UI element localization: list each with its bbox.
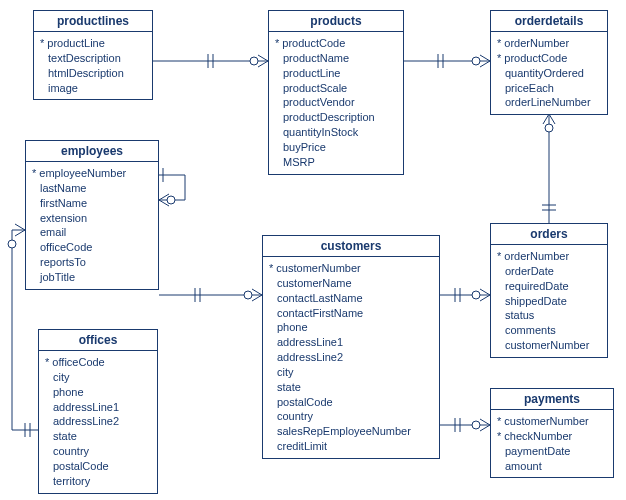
- entity-payments: payments customerNumbercheckNumberpaymen…: [490, 388, 614, 478]
- entity-title: productlines: [34, 11, 152, 32]
- attribute: customerName: [269, 276, 433, 291]
- attribute: buyPrice: [275, 140, 397, 155]
- attribute: contactLastName: [269, 291, 433, 306]
- attribute: email: [32, 225, 152, 240]
- entity-products: products productCodeproductNameproductLi…: [268, 10, 404, 175]
- attribute: phone: [45, 385, 151, 400]
- attribute: addressLine2: [45, 414, 151, 429]
- attribute: officeCode: [45, 355, 151, 370]
- attribute: amount: [497, 459, 607, 474]
- attribute: MSRP: [275, 155, 397, 170]
- attribute: productScale: [275, 81, 397, 96]
- attribute: state: [45, 429, 151, 444]
- svg-point-7: [472, 57, 480, 65]
- entity-title: offices: [39, 330, 157, 351]
- attribute: contactFirstName: [269, 306, 433, 321]
- entity-attrs-employees: employeeNumberlastNamefirstNameextension…: [26, 162, 158, 289]
- entity-title: products: [269, 11, 403, 32]
- attribute: paymentDate: [497, 444, 607, 459]
- attribute: quantityInStock: [275, 125, 397, 140]
- entity-title: employees: [26, 141, 158, 162]
- attribute: state: [269, 380, 433, 395]
- entity-title: orderdetails: [491, 11, 607, 32]
- attribute: postalCode: [269, 395, 433, 410]
- attribute: productLine: [40, 36, 146, 51]
- entity-productlines: productlines productLinetextDescriptionh…: [33, 10, 153, 100]
- attribute: comments: [497, 323, 601, 338]
- entity-customers: customers customerNumbercustomerNamecont…: [262, 235, 440, 459]
- attribute: productLine: [275, 66, 397, 81]
- attribute: lastName: [32, 181, 152, 196]
- attribute: city: [45, 370, 151, 385]
- attribute: employeeNumber: [32, 166, 152, 181]
- attribute: quantityOrdered: [497, 66, 601, 81]
- svg-point-19: [472, 421, 480, 429]
- attribute: requiredDate: [497, 279, 601, 294]
- attribute: orderLineNumber: [497, 95, 601, 110]
- attribute: customerNumber: [497, 414, 607, 429]
- attribute: status: [497, 308, 601, 323]
- svg-point-15: [472, 291, 480, 299]
- entity-employees: employees employeeNumberlastNamefirstNam…: [25, 140, 159, 290]
- attribute: city: [269, 365, 433, 380]
- entity-attrs-productlines: productLinetextDescriptionhtmlDescriptio…: [34, 32, 152, 99]
- svg-point-9: [545, 124, 553, 132]
- svg-point-23: [244, 291, 252, 299]
- entity-title: payments: [491, 389, 613, 410]
- attribute: checkNumber: [497, 429, 607, 444]
- svg-point-3: [250, 57, 258, 65]
- entity-title: customers: [263, 236, 439, 257]
- entity-offices: offices officeCodecityphoneaddressLine1a…: [38, 329, 158, 494]
- attribute: officeCode: [32, 240, 152, 255]
- attribute: productCode: [497, 51, 601, 66]
- entity-attrs-payments: customerNumbercheckNumberpaymentDateamou…: [491, 410, 613, 477]
- attribute: customerNumber: [269, 261, 433, 276]
- attribute: extension: [32, 211, 152, 226]
- svg-point-28: [8, 240, 16, 248]
- attribute: territory: [45, 474, 151, 489]
- attribute: addressLine2: [269, 350, 433, 365]
- attribute: productDescription: [275, 110, 397, 125]
- entity-attrs-customers: customerNumbercustomerNamecontactLastNam…: [263, 257, 439, 458]
- attribute: productVendor: [275, 95, 397, 110]
- attribute: salesRepEmployeeNumber: [269, 424, 433, 439]
- attribute: productName: [275, 51, 397, 66]
- attribute: priceEach: [497, 81, 601, 96]
- attribute: productCode: [275, 36, 397, 51]
- attribute: orderNumber: [497, 249, 601, 264]
- entity-attrs-offices: officeCodecityphoneaddressLine1addressLi…: [39, 351, 157, 493]
- entity-orders: orders orderNumberorderDaterequiredDates…: [490, 223, 608, 358]
- attribute: orderDate: [497, 264, 601, 279]
- attribute: country: [45, 444, 151, 459]
- attribute: image: [40, 81, 146, 96]
- attribute: country: [269, 409, 433, 424]
- svg-point-25: [167, 196, 175, 204]
- attribute: shippedDate: [497, 294, 601, 309]
- attribute: creditLimit: [269, 439, 433, 454]
- entity-title: orders: [491, 224, 607, 245]
- attribute: customerNumber: [497, 338, 601, 353]
- attribute: addressLine1: [269, 335, 433, 350]
- attribute: addressLine1: [45, 400, 151, 415]
- attribute: orderNumber: [497, 36, 601, 51]
- entity-attrs-orderdetails: orderNumberproductCodequantityOrderedpri…: [491, 32, 607, 114]
- entity-orderdetails: orderdetails orderNumberproductCodequant…: [490, 10, 608, 115]
- attribute: postalCode: [45, 459, 151, 474]
- entity-attrs-orders: orderNumberorderDaterequiredDateshippedD…: [491, 245, 607, 357]
- attribute: firstName: [32, 196, 152, 211]
- entity-attrs-products: productCodeproductNameproductLineproduct…: [269, 32, 403, 174]
- attribute: textDescription: [40, 51, 146, 66]
- attribute: reportsTo: [32, 255, 152, 270]
- attribute: phone: [269, 320, 433, 335]
- attribute: htmlDescription: [40, 66, 146, 81]
- attribute: jobTitle: [32, 270, 152, 285]
